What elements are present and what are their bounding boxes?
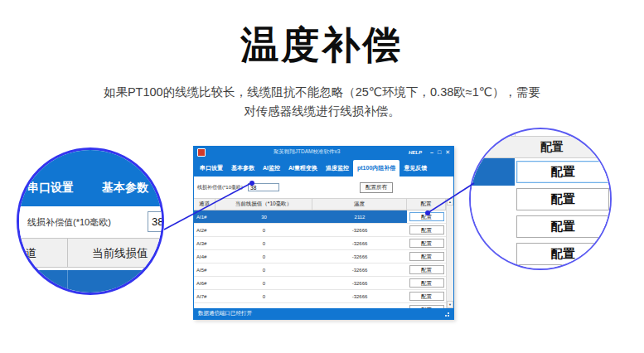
channel-cell: AI7# xyxy=(194,290,215,302)
page: 温度补偿 如果PT100的线缆比较长，线缆阻抗不能忽略（25℃环境下，0.38欧… xyxy=(0,0,644,353)
minimize-button[interactable]: – xyxy=(430,147,433,157)
table-row[interactable]: AI3#0-32666配置 xyxy=(194,237,446,250)
description-line-1: 如果PT100的线缆比较长，线缆阻抗不能忽略（25℃环境下，0.38欧≈1℃），… xyxy=(0,83,644,102)
line-loss-cell: 0 xyxy=(215,237,312,249)
status-bar: 数据通信端口已经打开 xyxy=(194,308,453,319)
temperature-cell: -32666 xyxy=(312,264,407,276)
rc-header-band: 配置 xyxy=(469,136,612,158)
rc-row: 配置 xyxy=(469,213,612,241)
rc-header-config: 配置 xyxy=(540,140,564,155)
header-temperature: 温度 xyxy=(312,199,407,210)
lc-compensation-input: 38 xyxy=(148,211,164,232)
line-loss-cell: 0 xyxy=(215,264,312,276)
lc-tab-serial: 串口设置 xyxy=(27,181,74,196)
tab-pt100内阻补偿[interactable]: pt100内阻补偿 xyxy=(353,160,399,176)
config-cell: 配置 xyxy=(407,290,446,302)
temperature-cell: 2112 xyxy=(312,210,407,223)
description-line-2: 对传感器线缆进行线损补偿。 xyxy=(0,102,644,121)
channel-cell: AI2# xyxy=(194,224,215,236)
config-cell: 配置 xyxy=(407,250,446,263)
app-window: 聚英翱翔JTDAM校准软件v3 HELP – □ ✕ 串口设置基本参数AI监控A… xyxy=(193,146,454,320)
lc-column-divider xyxy=(67,239,68,267)
compensation-form-row: 线损补偿值(*10毫欧) 配置所有 xyxy=(194,176,453,198)
lc-header-channel: 通道 xyxy=(17,246,36,261)
lc-header-line-loss: 当前线损值 xyxy=(92,246,148,261)
row-config-button[interactable]: 配置 xyxy=(409,252,444,261)
temperature-cell: -32666 xyxy=(312,250,407,263)
line-loss-cell: 30 xyxy=(215,210,312,223)
channel-cell: AI1# xyxy=(194,210,215,223)
table-row[interactable]: AI1#302112配置 xyxy=(194,210,446,224)
rc-row: 配置 xyxy=(469,186,612,214)
tab-意见反馈[interactable]: 意见反馈 xyxy=(399,160,431,176)
rc-row: 配置 xyxy=(469,240,612,270)
config-cell: 配置 xyxy=(407,210,446,223)
help-menu[interactable]: HELP xyxy=(409,150,422,155)
row-config-button[interactable]: 配置 xyxy=(409,212,444,221)
table-row[interactable]: AI7#0-32666配置 xyxy=(194,290,446,303)
rc-config-button[interactable]: 配置 xyxy=(516,243,609,265)
lc-form-label: 线损补偿值(*10毫欧) xyxy=(27,216,111,229)
compensation-input[interactable] xyxy=(248,183,279,191)
header-channel: 通道 xyxy=(194,199,215,210)
lc-form-band: 线损补偿值(*10毫欧) 38 xyxy=(17,206,164,238)
row-config-button[interactable]: 配置 xyxy=(409,278,444,288)
channel-cell: AI4# xyxy=(194,250,215,263)
config-cell: 配置 xyxy=(407,224,446,236)
scroll-up-icon[interactable]: ▲ xyxy=(447,198,453,206)
status-text: 数据通信端口已经打开 xyxy=(198,310,443,317)
temperature-cell: -32666 xyxy=(312,224,407,236)
close-button[interactable]: ✕ xyxy=(445,147,450,157)
lc-table-header-band: 通道 当前线损值 xyxy=(17,238,164,268)
temperature-cell: -32666 xyxy=(312,277,407,289)
row-config-button[interactable]: 配置 xyxy=(409,265,444,274)
config-cell: 配置 xyxy=(407,237,446,249)
rc-config-button[interactable]: 配置 xyxy=(516,188,609,210)
temperature-cell: -32666 xyxy=(312,237,407,249)
scroll-down-icon[interactable]: ▼ xyxy=(447,301,453,308)
compensation-label: 线损补偿值(*10毫欧) xyxy=(197,184,243,191)
table-header-row: 通道 当前线损值（*10毫欧） 温度 配置 xyxy=(194,198,446,210)
row-config-button[interactable]: 配置 xyxy=(409,225,444,235)
lc-selected-row-band xyxy=(17,270,164,295)
rc-config-button[interactable]: 配置 xyxy=(516,161,609,183)
channel-cell: AI5# xyxy=(194,264,215,276)
row-config-button[interactable]: 配置 xyxy=(409,292,444,301)
config-cell: 配置 xyxy=(407,277,446,289)
rc-selected-row: 配置 xyxy=(469,158,612,186)
row-config-button[interactable]: 配置 xyxy=(409,239,444,248)
rc-config-button[interactable]: 配置 xyxy=(516,215,609,238)
config-all-button[interactable]: 配置所有 xyxy=(360,182,393,193)
lc-tab-basic: 基本参数 xyxy=(102,181,148,196)
lc-input-value: 38 xyxy=(152,215,163,228)
table-row[interactable]: AI6#0-32666配置 xyxy=(194,277,446,290)
header-line-loss: 当前线损值（*10毫欧） xyxy=(215,199,312,210)
vertical-scrollbar[interactable]: ▲ ▼ xyxy=(446,198,453,308)
line-loss-cell: 0 xyxy=(215,250,312,263)
line-loss-cell: 0 xyxy=(215,224,312,236)
line-loss-cell: 0 xyxy=(215,277,312,289)
line-loss-cell: 0 xyxy=(215,290,312,302)
channel-cell: AI3# xyxy=(194,237,215,249)
page-title: 温度补偿 xyxy=(0,20,644,71)
tab-串口设置[interactable]: 串口设置 xyxy=(196,160,227,176)
header-config: 配置 xyxy=(407,199,446,210)
tab-温度监控[interactable]: 温度监控 xyxy=(322,160,353,176)
lc-tab-band: 串口设置 基本参数 xyxy=(17,147,164,206)
tab-AI监控[interactable]: AI监控 xyxy=(259,160,284,176)
right-magnifier-callout: 配置 配置 配置 配置 配置 xyxy=(469,128,612,270)
temperature-cell: -32666 xyxy=(312,290,407,302)
window-title: 聚英翱翔JTDAM校准软件v3 xyxy=(209,148,404,156)
left-magnifier-callout: 串口设置 基本参数 线损补偿值(*10毫欧) 38 通道 当前线损值 xyxy=(17,147,164,295)
table-row[interactable]: AI4#0-32666配置 xyxy=(194,250,446,264)
table-row[interactable]: AI5#0-32666配置 xyxy=(194,264,446,277)
maximize-button[interactable]: □ xyxy=(438,147,441,157)
lc-column-divider xyxy=(67,270,68,295)
table-body: AI1#302112配置AI2#0-32666配置AI3#0-32666配置AI… xyxy=(194,210,446,308)
resize-grip-icon[interactable] xyxy=(443,311,449,317)
tab-AI量程变换[interactable]: AI量程变换 xyxy=(284,160,322,176)
table-row[interactable]: AI2#0-32666配置 xyxy=(194,224,446,237)
rc-selected-highlight xyxy=(469,158,515,186)
title-bar: 聚英翱翔JTDAM校准软件v3 HELP – □ ✕ xyxy=(194,147,453,157)
tab-基本参数[interactable]: 基本参数 xyxy=(227,160,259,176)
